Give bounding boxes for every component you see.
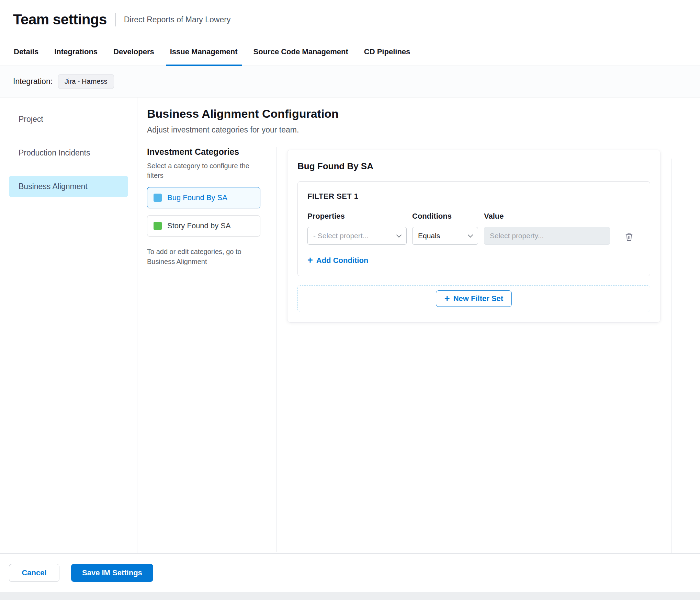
value-label: Value [484, 212, 610, 221]
right-panel-divider [671, 159, 672, 553]
category-bug-found-by-sa[interactable]: Bug Found By SA [147, 187, 260, 208]
config-card-title: Bug Found By SA [297, 161, 650, 172]
chevron-down-icon [468, 232, 473, 238]
section-subtitle: Adjust investment categories for your te… [147, 125, 700, 135]
plus-icon: + [444, 294, 450, 303]
properties-label: Properties [307, 212, 407, 221]
add-condition-label: Add Condition [316, 256, 369, 265]
condition-select[interactable]: Equals [412, 227, 478, 245]
save-im-settings-button[interactable]: Save IM Settings [71, 564, 153, 582]
tab-issue-management[interactable]: Issue Management [166, 39, 242, 66]
tab-source-code-management[interactable]: Source Code Management [249, 39, 352, 66]
add-condition-button[interactable]: + Add Condition [307, 256, 368, 265]
main-panel: Business Alignment Configuration Adjust … [137, 97, 700, 553]
sidebar-item-business-alignment[interactable]: Business Alignment [9, 176, 128, 197]
delete-condition-button[interactable] [624, 228, 634, 245]
condition-select-value: Equals [418, 232, 440, 240]
new-filter-set-label: New Filter Set [453, 294, 503, 303]
trash-icon [624, 232, 634, 241]
new-filter-set-button[interactable]: + New Filter Set [436, 290, 512, 307]
sidebar-item-production-incidents[interactable]: Production Incidents [9, 142, 128, 163]
conditions-label: Conditions [412, 212, 478, 221]
content-area: Project Production Incidents Business Al… [0, 97, 700, 553]
integration-chip: Jira - Harness [58, 74, 114, 89]
property-select[interactable]: - Select propert... [307, 227, 407, 245]
filter-panel-column: Bug Found By SA FILTER SET 1 Properties … [276, 147, 700, 552]
tab-details[interactable]: Details [10, 39, 43, 66]
integration-row: Integration: Jira - Harness [0, 66, 700, 97]
cancel-button[interactable]: Cancel [9, 564, 59, 582]
filter-set-title: FILTER SET 1 [307, 192, 640, 201]
category-label: Bug Found By SA [167, 193, 227, 202]
categories-note: To add or edit categories, go to Busines… [147, 247, 260, 267]
plus-icon: + [307, 256, 313, 265]
footer-action-bar: Cancel Save IM Settings [0, 553, 700, 592]
title-divider [115, 13, 116, 26]
category-color-swatch-blue [154, 194, 162, 202]
investment-categories-hint: Select a category to configure the filte… [147, 161, 267, 180]
filter-condition-row: Properties - Select propert... Condition… [307, 212, 640, 245]
bottom-strip [0, 592, 700, 600]
category-color-swatch-green [154, 222, 162, 230]
page-subtitle: Direct Reports of Mary Lowery [124, 15, 231, 24]
tab-developers[interactable]: Developers [109, 39, 158, 66]
properties-field: Properties - Select propert... [307, 212, 407, 245]
filter-set-card: FILTER SET 1 Properties - Select propert… [297, 181, 650, 276]
sidebar-item-project[interactable]: Project [9, 108, 128, 130]
integration-label: Integration: [13, 77, 53, 86]
property-select-placeholder: - Select propert... [313, 232, 369, 240]
conditions-field: Conditions Equals [412, 212, 478, 245]
investment-categories-title: Investment Categories [147, 147, 269, 157]
configuration-columns: Investment Categories Select a category … [147, 147, 700, 552]
settings-tab-bar: Details Integrations Developers Issue Ma… [0, 39, 700, 66]
page-title: Team settings [13, 11, 107, 28]
sidebar: Project Production Incidents Business Al… [0, 97, 137, 553]
investment-categories-column: Investment Categories Select a category … [147, 147, 276, 552]
new-filter-set-dropzone: + New Filter Set [297, 285, 650, 312]
chevron-down-icon [396, 232, 402, 238]
section-title: Business Alignment Configuration [147, 107, 700, 120]
tab-integrations[interactable]: Integrations [50, 39, 102, 66]
value-field: Value [484, 212, 610, 245]
team-settings-page: Team settings Direct Reports of Mary Low… [0, 0, 700, 600]
category-config-card: Bug Found By SA FILTER SET 1 Properties … [287, 150, 661, 323]
topbar: Team settings Direct Reports of Mary Low… [0, 0, 700, 39]
value-input[interactable] [484, 227, 610, 245]
category-story-found-by-sa[interactable]: Story Found by SA [147, 215, 260, 236]
category-label: Story Found by SA [167, 221, 231, 230]
tab-cd-pipelines[interactable]: CD Pipelines [360, 39, 414, 66]
